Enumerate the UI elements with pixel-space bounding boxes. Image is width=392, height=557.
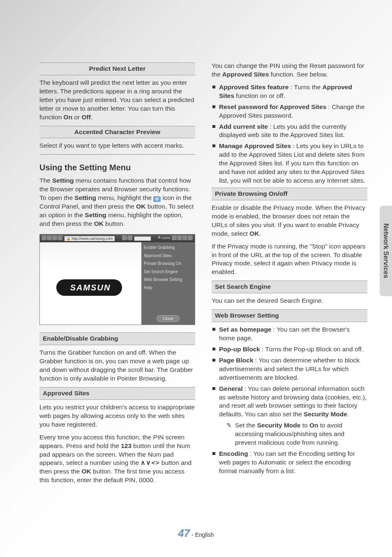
nav-icons [42,235,63,242]
samsung-logo: SAMSUN [56,279,122,296]
predict-paragraph: The keyboard will predict the next lette… [39,79,195,122]
dropdown-item: Help [144,285,192,291]
list-item: Reset password for Approved Sites : Chan… [212,103,367,120]
section-header-private: Private Browsing On/off [212,188,367,200]
page-content: Predict Next Letter The keyboard will pr… [0,0,392,505]
nav-icons-2 [122,235,133,242]
dropdown-item: Enable Grabbing [144,245,192,251]
list-item: Encoding : You can set the Encoding sett… [212,450,367,476]
browser-content: SAMSUN [40,242,141,325]
browser-screenshot: 🔒 http://www.samsung.com 🔍100% SAMSUN En… [39,234,195,325]
accent-paragraph: Select if you want to type letters with … [39,142,195,150]
note-icon: ✎ [226,421,232,429]
list-item: General : You can delete personal inform… [212,385,367,447]
section-header-predict: Predict Next Letter [39,63,195,75]
pin-paragraph: You can change the PIN using the Reset p… [212,62,367,79]
approved-paragraph-1: Lets you restrict your children's access… [39,403,195,429]
right-column: You can change the PIN using the Reset p… [212,60,367,489]
dropdown-item: Set Search Engine [144,269,192,275]
section-header-search: Set Search Engine [212,281,367,293]
list-item: Add current site : Lets you add the curr… [212,123,367,140]
list-item: Page Block : You can determine whether t… [212,356,367,382]
section-header-approved: Approved Sites [39,387,195,400]
search-paragraph: You can set the desired Search Engine. [212,297,367,305]
left-column: Predict Next Letter The keyboard will pr… [39,60,195,489]
divider [39,154,195,155]
dropdown-item: Private Browsing On [144,261,192,267]
list-item: Set as homepage : You can set the Browse… [212,325,367,343]
gear-icon: ✲ [153,196,161,202]
setting-paragraph: The Setting menu contains functions that… [39,176,195,228]
nav-icons-3 [172,235,193,242]
wbs-list: Set as homepage : You can set the Browse… [212,325,367,476]
section-header-grabbing: Enable/Disable Grabbing [39,332,195,345]
dropdown-item: Web Browser Setting [144,277,192,283]
list-item: Approved Sites feature : Turns the Appro… [212,83,367,100]
zoom-label: 🔍100% [158,236,170,241]
approved-list: Approved Sites feature : Turns the Appro… [212,83,367,185]
list-item: Manage Approved Sites : Lets you key in … [212,142,367,185]
section-tab: Network Services [380,206,392,296]
page-number: 47 - English [0,526,392,541]
dropdown-close: Close [157,315,180,323]
settings-dropdown: Enable Grabbing Approved Sites Private B… [141,242,195,325]
section-header-wbs: Web Browser Setting [212,309,367,322]
private-paragraph-1: Enable or disable the Privacy mode. When… [212,204,367,238]
dropdown-item: Approved Sites [144,253,192,259]
list-item: Pop-up Block : Turns the Pop-up Block on… [212,345,367,354]
security-note: ✎ Set the Security Mode to On to avoid a… [226,421,367,447]
grabbing-paragraph: Turns the Grabber function on and off. W… [39,348,195,383]
section-header-accent: Accented Character Preview [39,126,195,139]
url-box: 🔒 http://www.samsung.com [65,236,115,241]
search-box [134,237,151,241]
approved-paragraph-2: Every time you access this function, the… [39,433,195,485]
setting-heading: Using the Setting Menu [39,162,195,173]
private-paragraph-2: If the Privacy mode is running, the "Sto… [212,242,367,277]
browser-toolbar: 🔒 http://www.samsung.com 🔍100% [40,234,195,243]
